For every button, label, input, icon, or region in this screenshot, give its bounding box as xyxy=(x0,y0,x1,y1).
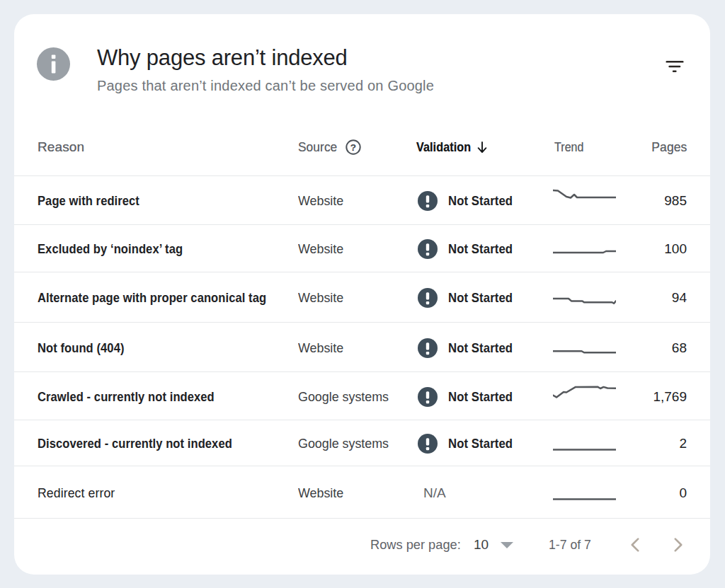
source-cell: Website xyxy=(298,485,409,501)
column-header-validation[interactable]: Validation xyxy=(416,139,553,155)
next-page-button[interactable] xyxy=(668,534,689,555)
source-cell: Website xyxy=(298,290,409,306)
trend-sparkline xyxy=(553,481,616,505)
validation-cell: Not Started xyxy=(416,387,553,407)
trend-sparkline xyxy=(553,189,616,213)
table-row[interactable]: Redirect error Website N/A 0 xyxy=(38,466,687,518)
pages-count: 0 xyxy=(616,485,687,501)
chevron-left-icon xyxy=(631,538,639,552)
column-header-trend: Trend xyxy=(553,139,616,155)
source-cell: Website xyxy=(298,340,409,356)
info-glyph xyxy=(37,47,70,81)
table-header-row: Reason Source ? Validation Trend Pages xyxy=(38,122,687,172)
source-cell: Google systems xyxy=(298,389,409,405)
validation-cell: N/A xyxy=(416,485,553,501)
rows-per-page-label: Rows per page: xyxy=(370,537,461,553)
trend-sparkline xyxy=(553,336,616,360)
validation-status: Not Started xyxy=(448,193,513,209)
source-cell: Google systems xyxy=(298,436,409,451)
table-row[interactable]: Discovered - currently not indexed Googl… xyxy=(38,420,687,466)
validation-status: Not Started xyxy=(448,436,513,451)
validation-cell: Not Started xyxy=(416,239,553,259)
pages-count: 100 xyxy=(616,241,687,257)
column-header-reason[interactable]: Reason xyxy=(38,139,298,155)
indexing-report-card: Why pages aren’t indexed Pages that aren… xyxy=(14,14,710,575)
table-row[interactable]: Crawled - currently not indexed Google s… xyxy=(38,371,687,420)
pages-count: 2 xyxy=(616,436,687,451)
validation-cell: Not Started xyxy=(416,338,553,358)
dropdown-arrow-icon[interactable] xyxy=(501,542,513,548)
trend-sparkline xyxy=(553,385,616,409)
previous-page-button[interactable] xyxy=(624,534,646,555)
reason-cell[interactable]: Not found (404) xyxy=(38,340,264,356)
page-subtitle: Pages that aren’t indexed can’t be serve… xyxy=(97,76,434,96)
not-started-icon xyxy=(418,387,438,407)
validation-cell: Not Started xyxy=(416,434,553,454)
svg-text:?: ? xyxy=(350,142,356,153)
column-header-source[interactable]: Source ? xyxy=(298,139,416,155)
filter-icon xyxy=(666,61,684,73)
validation-status: N/A xyxy=(423,485,446,501)
rows-per-page-select[interactable]: 10 xyxy=(474,537,489,553)
reason-cell[interactable]: Excluded by ‘noindex’ tag xyxy=(38,241,264,257)
column-header-pages[interactable]: Pages xyxy=(616,139,687,155)
validation-status: Not Started xyxy=(448,389,513,405)
trend-sparkline xyxy=(553,237,616,261)
reason-cell[interactable]: Alternate page with proper canonical tag xyxy=(38,290,264,306)
reason-cell[interactable]: Discovered - currently not indexed xyxy=(38,436,264,451)
table-row[interactable]: Not found (404) Website Not Started 68 xyxy=(38,322,687,371)
not-started-icon xyxy=(418,239,438,259)
help-icon[interactable]: ? xyxy=(346,139,361,155)
table-row[interactable]: Page with redirect Website Not Started 9… xyxy=(38,175,687,224)
source-cell: Website xyxy=(298,193,409,209)
not-started-icon xyxy=(418,338,438,358)
validation-cell: Not Started xyxy=(416,191,553,211)
source-cell: Website xyxy=(298,241,409,257)
validation-status: Not Started xyxy=(448,340,513,356)
chevron-right-icon xyxy=(674,538,683,552)
reason-cell[interactable]: Redirect error xyxy=(38,485,280,501)
reason-cell[interactable]: Crawled - currently not indexed xyxy=(38,389,264,405)
pages-count: 1,769 xyxy=(616,389,687,405)
reason-cell[interactable]: Page with redirect xyxy=(38,193,264,209)
info-icon xyxy=(37,47,70,81)
not-started-icon xyxy=(418,434,438,454)
pages-count: 94 xyxy=(616,290,687,306)
table-pagination: Rows per page: 10 1-7 of 7 xyxy=(14,518,710,575)
validation-cell: Not Started xyxy=(416,288,553,308)
page-title: Why pages aren’t indexed xyxy=(97,44,348,72)
not-started-icon xyxy=(418,288,438,308)
pages-count: 68 xyxy=(616,340,687,356)
pages-count: 985 xyxy=(616,193,687,209)
trend-sparkline xyxy=(553,286,616,310)
table-row[interactable]: Excluded by ‘noindex’ tag Website Not St… xyxy=(38,224,687,272)
table-row[interactable]: Alternate page with proper canonical tag… xyxy=(38,272,687,322)
pagination-range: 1-7 of 7 xyxy=(549,537,591,553)
sort-descending-icon xyxy=(477,142,487,154)
validation-status: Not Started xyxy=(448,290,513,306)
filter-button[interactable] xyxy=(666,61,684,73)
trend-sparkline xyxy=(553,432,616,456)
not-started-icon xyxy=(418,191,438,211)
validation-status: Not Started xyxy=(448,241,513,257)
